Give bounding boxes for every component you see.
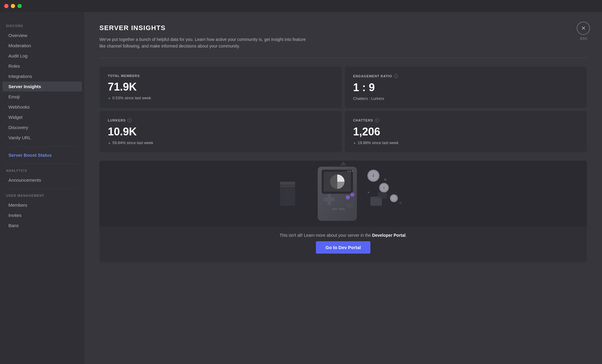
sidebar-item-audit-log[interactable]: Audit Log [2,51,82,61]
maximize-dot[interactable] [17,4,22,8]
info-icon-chatters[interactable]: i [375,118,379,122]
svg-point-25 [351,206,353,207]
user-management-section-label: USER MANAGEMENT [0,194,84,200]
discord-section-label: DISCORD [0,24,84,30]
svg-point-33 [391,196,397,201]
main-content: ✕ ESC SERVER INSIGHTS We've put together… [84,12,602,364]
svg-rect-19 [339,208,345,210]
dev-portal-card: i i × + [99,161,587,262]
stat-value-chatters: 1,206 [353,125,579,138]
svg-rect-3 [280,182,295,206]
content-divider [99,58,587,58]
arrow-up-icon: ▲ [353,141,356,144]
esc-label: ESC [580,37,588,40]
svg-rect-35 [378,192,387,199]
analytics-section-label: ANALYTICS [0,169,84,175]
sidebar-item-label: Integrations [8,74,32,79]
sidebar-item-roles[interactable]: Roles [2,61,82,71]
stat-card-lurkers: LURKERS i 10.9K ▲ 59.84% since last week [99,111,342,152]
sidebar-item-label: Invites [8,213,21,218]
stat-value-total-members: 71.9K [108,81,333,93]
gameboy-illustration: i i × + [271,164,416,224]
sidebar-item-label: Webhooks [8,104,30,110]
sidebar-divider-3 [6,189,78,189]
dev-portal-illustration: i i × + [99,161,587,227]
dev-portal-text: This isn't all! Learn more about your se… [270,227,416,241]
arrow-up-icon: ▲ [108,141,111,144]
svg-point-16 [346,195,350,199]
stat-label-engagement-ratio: ENGAGEMENT RATIO i [353,74,579,78]
close-icon: ✕ [581,25,586,32]
close-button[interactable]: ✕ [577,22,590,35]
stat-change-total-members: ▲ 0.53% since last week [108,96,333,100]
sidebar-item-server-insights[interactable]: Server Insights [2,82,82,91]
stat-label-total-members: TOTAL MEMBERS [108,74,333,78]
sidebar-item-label: Server Insights [8,84,41,89]
svg-point-23 [347,206,348,207]
svg-point-11 [348,171,349,172]
page-description: We've put together a bunch of helpful da… [99,36,310,50]
stat-change-lurkers: ▲ 59.84% since last week [108,140,333,145]
svg-rect-4 [280,182,295,185]
sidebar-item-emoji[interactable]: Emoji [2,92,82,102]
stat-change-chatters: ▲ 19.88% since last week [353,140,579,145]
stat-sub-engagement-ratio: Chatters : Lurkers [353,96,579,101]
app-body: DISCORD Overview Moderation Audit Log Ro… [0,12,602,364]
svg-rect-18 [332,208,338,210]
sidebar-item-server-boost-status[interactable]: Server Boost Status [2,150,82,160]
svg-rect-15 [327,194,331,205]
minimize-dot[interactable] [11,4,15,8]
titlebar [0,0,602,12]
triangle-decoration [340,161,346,165]
sidebar-item-bans[interactable]: Bans [2,221,82,230]
stat-card-chatters: CHATTERS i 1,206 ▲ 19.88% since last wee… [345,111,587,152]
svg-text:i: i [383,186,385,190]
sidebar-item-moderation[interactable]: Moderation [2,41,82,51]
sidebar-item-label: Announcements [8,177,41,183]
svg-point-13 [352,171,353,172]
stat-value-engagement-ratio: 1 : 9 [353,81,579,94]
stat-card-total-members: TOTAL MEMBERS 71.9K ▲ 0.53% since last w… [99,67,342,108]
sidebar-item-label: Audit Log [8,53,27,58]
sidebar-item-discovery[interactable]: Discovery [2,122,82,132]
svg-text:×: × [384,177,386,182]
sidebar: DISCORD Overview Moderation Audit Log Ro… [0,12,84,364]
arrow-up-icon: ▲ [108,96,111,100]
stat-card-engagement-ratio: ENGAGEMENT RATIO i 1 : 9 Chatters : Lurk… [345,67,587,108]
go-to-dev-portal-button[interactable]: Go to Dev Portal [316,241,371,254]
sidebar-item-webhooks[interactable]: Webhooks [2,102,82,112]
svg-point-24 [349,206,351,207]
sidebar-item-label: Server Boost Status [8,153,51,158]
sidebar-item-vanity-url[interactable]: Vanity URL [2,133,82,143]
sidebar-item-widget[interactable]: Widget [2,112,82,122]
svg-point-22 [351,204,353,205]
sidebar-item-integrations[interactable]: Integrations [2,71,82,81]
sidebar-item-invites[interactable]: Invites [2,210,82,220]
sidebar-item-members[interactable]: Members [2,200,82,210]
stat-value-lurkers: 10.9K [108,125,333,138]
svg-point-12 [350,171,351,172]
page-title: SERVER INSIGHTS [99,24,587,32]
sidebar-item-label: Moderation [8,43,31,48]
info-icon-lurkers[interactable]: i [127,118,132,122]
svg-point-38 [399,202,402,204]
sidebar-divider-2 [6,164,78,164]
sidebar-item-overview[interactable]: Overview [2,30,82,40]
sidebar-item-label: Emoji [8,94,20,99]
sidebar-item-label: Overview [8,33,27,38]
sidebar-item-label: Bans [8,223,19,228]
sidebar-item-label: Discovery [8,125,28,130]
info-icon-engagement[interactable]: i [394,74,398,78]
svg-rect-5 [280,186,295,187]
sidebar-divider-1 [6,146,78,147]
stat-label-chatters: CHATTERS i [353,118,579,122]
svg-point-20 [347,204,348,205]
sidebar-item-label: Roles [8,63,20,69]
sidebar-item-label: Vanity URL [8,135,31,140]
stats-grid: TOTAL MEMBERS 71.9K ▲ 0.53% since last w… [99,67,587,152]
sidebar-item-label: Widget [8,115,23,120]
sidebar-item-announcements[interactable]: Announcements [2,175,82,185]
close-dot[interactable] [4,4,8,8]
svg-point-21 [349,204,351,205]
svg-text:i: i [373,173,374,178]
